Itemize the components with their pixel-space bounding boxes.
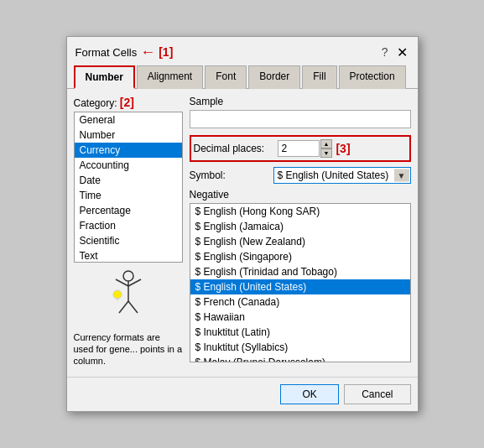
symbol-select-wrapper: $ English (United States) $ English (Hon… [273,167,411,184]
close-button[interactable]: ✕ [395,44,409,60]
svg-line-5 [128,301,138,313]
negative-label: Negative [190,189,411,201]
dl-hksar[interactable]: $ English (Hong Kong SAR) [190,204,410,219]
dl-malay[interactable]: $ Malay (Brunei Darussalam) [190,355,410,362]
tab-fill[interactable]: Fill [302,65,336,89]
stickman-graphic [107,269,149,328]
category-general[interactable]: General [75,112,182,128]
help-button[interactable]: ? [382,45,388,59]
category-fraction[interactable]: Fraction [75,218,182,233]
dl-nz[interactable]: $ English (New Zealand) [190,234,410,249]
label-3-annotation: [3] [336,142,350,155]
left-panel: Category: [2] General Number Currency Ac… [74,96,183,367]
bottom-buttons: OK Cancel [67,377,418,411]
decimal-input[interactable] [278,140,320,157]
tab-alignment[interactable]: Alignment [137,65,203,89]
category-currency[interactable]: Currency [75,143,182,158]
dl-fr-canada[interactable]: $ French (Canada) [190,294,410,310]
symbol-select[interactable]: $ English (United States) $ English (Hon… [273,167,411,184]
category-percentage[interactable]: Percentage [75,203,182,218]
tab-number[interactable]: Number [74,65,135,89]
ok-button[interactable]: OK [280,384,339,404]
svg-line-4 [119,301,128,313]
dl-inuktitut-latin[interactable]: $ Inuktitut (Latin) [190,325,410,340]
category-scientific[interactable]: Scientific [75,233,182,248]
tab-bar: Number Alignment Font Border Fill Protec… [67,65,418,89]
category-date[interactable]: Date [75,173,182,188]
dl-jamaica[interactable]: $ English (Jamaica) [190,219,410,234]
label-2-annotation: [2] [120,96,134,109]
symbol-row: Symbol: $ English (United States) $ Engl… [190,167,411,184]
sample-label: Sample [190,96,411,107]
dl-hawaiian[interactable]: $ Hawaiian [190,310,410,325]
dl-singapore[interactable]: $ English (Singapore) [190,249,410,264]
format-cells-dialog: Format Cells ← [1] ? ✕ Number Alignment … [66,36,419,413]
title-controls: ? ✕ [382,44,409,60]
tab-font[interactable]: Font [205,65,247,89]
decimal-row: Decimal places: ▲ ▼ [3] [190,135,411,162]
right-panel: Sample Decimal places: ▲ ▼ [3] Symbol: $… [190,96,411,367]
category-description: Currency formats are used for gene... po… [74,331,183,367]
symbol-label: Symbol: [190,169,273,181]
tab-border[interactable]: Border [248,65,300,89]
title-bar: Format Cells ← [1] ? ✕ [67,37,418,65]
dialog-body: Category: [2] General Number Currency Ac… [67,89,418,374]
arrow-annotation: ← [140,44,155,61]
sample-value [190,110,411,128]
dl-us[interactable]: $ English (United States) [190,279,410,294]
category-number[interactable]: Number [75,128,182,143]
tab-protection[interactable]: Protection [339,65,406,89]
dialog-title: Format Cells [75,46,138,59]
decimal-increment[interactable]: ▲ [320,139,333,148]
decimal-decrement[interactable]: ▼ [320,148,333,158]
sample-section: Sample [190,96,411,128]
stickman-area: Currency formats are used for gene... po… [74,263,183,367]
decimal-spinner: ▲ ▼ [320,139,333,158]
category-time[interactable]: Time [75,188,182,203]
category-heading: Category: [2] [74,96,183,109]
dl-inuktitut-syllabics[interactable]: $ Inuktitut (Syllabics) [190,340,410,355]
category-text[interactable]: Text [75,248,182,263]
decimal-label: Decimal places: [194,143,278,154]
negative-section: Negative $ English (Hong Kong SAR) $ Eng… [190,189,411,362]
dl-trinidad[interactable]: $ English (Trinidad and Tobago) [190,264,410,279]
cancel-button[interactable]: Cancel [344,384,410,404]
svg-point-6 [113,290,122,299]
label-1-annotation: [1] [159,45,173,59]
category-list[interactable]: General Number Currency Accounting Date … [74,112,183,263]
category-accounting[interactable]: Accounting [75,158,182,173]
symbol-dropdown-list[interactable]: $ English (Hong Kong SAR) $ English (Jam… [190,203,411,362]
svg-point-0 [123,271,133,281]
